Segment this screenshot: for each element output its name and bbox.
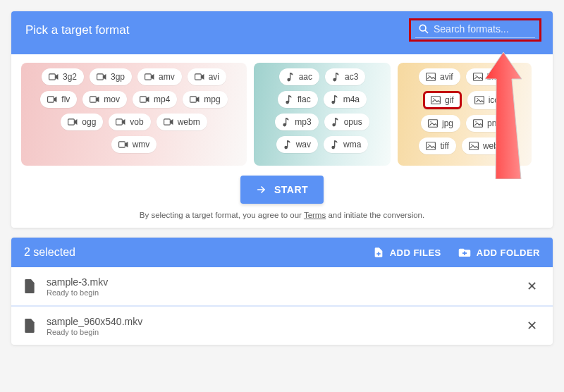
audio-icon — [331, 94, 339, 104]
format-chip-flac[interactable]: flac — [278, 91, 318, 108]
svg-marker-5 — [104, 74, 106, 80]
format-label: avi — [209, 72, 219, 82]
format-label: jpg — [442, 118, 453, 128]
svg-rect-18 — [68, 119, 75, 125]
format-label: flac — [298, 94, 311, 104]
format-chip-mpg[interactable]: mpg — [183, 91, 227, 108]
format-chip-ico[interactable]: ico — [467, 91, 506, 109]
svg-marker-17 — [197, 97, 200, 102]
page-title: Pick a target format — [25, 23, 129, 37]
terms-link[interactable]: Terms — [304, 211, 326, 219]
remove-file-button[interactable]: ✕ — [522, 276, 541, 297]
format-chip-m4a[interactable]: m4a — [324, 91, 367, 108]
format-chip-avi[interactable]: avi — [188, 68, 226, 85]
format-chip-ogg[interactable]: ogg — [61, 114, 103, 130]
image-icon — [473, 73, 483, 81]
format-group-video: 3g23gpamvaviflvmovmp4mpgoggvobwebmwmv — [21, 63, 247, 166]
format-picker-header: Pick a target format — [11, 11, 553, 54]
svg-rect-16 — [190, 97, 197, 102]
format-label: opus — [344, 117, 362, 127]
selection-count: 2 selected — [24, 246, 75, 259]
start-button[interactable]: START — [240, 176, 324, 204]
format-label: 3g2 — [63, 72, 77, 82]
svg-rect-14 — [140, 97, 147, 102]
format-chip-flv[interactable]: flv — [40, 91, 77, 108]
svg-marker-23 — [171, 119, 173, 125]
video-icon — [118, 140, 128, 149]
add-files-button[interactable]: ADD FILES — [373, 246, 441, 259]
format-chip-opus[interactable]: opus — [324, 114, 369, 130]
format-label: wmv — [133, 140, 150, 149]
svg-point-47 — [433, 98, 434, 99]
files-card: 2 selected ADD FILES ADD FOLDER sample-3… — [11, 238, 553, 345]
format-chip-jpg[interactable]: jpg — [421, 115, 460, 132]
video-icon — [47, 95, 57, 104]
svg-rect-2 — [49, 74, 56, 80]
format-chip-webm[interactable]: webm — [157, 114, 207, 130]
svg-rect-6 — [145, 74, 152, 80]
search-input[interactable] — [434, 23, 532, 35]
file-row[interactable]: sample-3.mkvReady to begin✕ — [11, 267, 553, 307]
format-chip-3g2[interactable]: 3g2 — [42, 68, 84, 85]
format-chip-vob[interactable]: vob — [109, 114, 150, 130]
svg-rect-12 — [90, 97, 97, 102]
format-chip-mp3[interactable]: mp3 — [275, 114, 318, 130]
format-chip-mov[interactable]: mov — [82, 91, 127, 108]
svg-point-51 — [430, 121, 431, 123]
format-chip-wma[interactable]: wma — [324, 136, 368, 153]
start-label: START — [274, 184, 308, 195]
svg-point-0 — [419, 25, 426, 31]
format-chip-wav[interactable]: wav — [276, 136, 318, 153]
video-icon — [164, 118, 173, 126]
format-chip-gif[interactable]: gif — [423, 91, 462, 109]
svg-point-45 — [475, 75, 477, 76]
format-chip-mp4[interactable]: mp4 — [133, 91, 177, 108]
svg-marker-13 — [97, 97, 99, 102]
format-label: wav — [296, 140, 311, 149]
format-chip-avif[interactable]: avif — [419, 68, 460, 85]
svg-marker-11 — [54, 97, 57, 102]
format-label: avif — [440, 72, 453, 82]
image-icon — [474, 96, 484, 104]
svg-rect-22 — [164, 119, 170, 125]
file-row[interactable]: sample_960x540.mkvReady to begin✕ — [11, 307, 553, 345]
file-name: sample_960x540.mkv — [47, 316, 522, 327]
add-file-icon — [373, 246, 384, 259]
format-chip-png[interactable]: png — [466, 115, 508, 132]
start-row: START — [11, 170, 553, 211]
svg-marker-21 — [123, 119, 125, 125]
add-folder-button[interactable]: ADD FOLDER — [458, 246, 540, 259]
format-chip-webp[interactable]: webp — [462, 137, 510, 154]
audio-icon — [286, 72, 295, 82]
format-chip-amv[interactable]: amv — [137, 68, 182, 85]
svg-point-49 — [477, 98, 478, 99]
format-chip-bmp[interactable]: bmp — [466, 68, 510, 85]
format-chip-3gp[interactable]: 3gp — [90, 68, 132, 85]
file-status: Ready to begin — [47, 328, 522, 336]
remove-file-button[interactable]: ✕ — [522, 315, 541, 336]
file-list: sample-3.mkvReady to begin✕sample_960x54… — [11, 267, 553, 345]
video-icon — [195, 73, 204, 81]
svg-marker-3 — [56, 74, 59, 80]
svg-point-57 — [471, 144, 472, 145]
files-header: 2 selected ADD FILES ADD FOLDER — [11, 238, 553, 267]
format-label: 3gp — [111, 72, 125, 82]
format-groups: 3g23gpamvaviflvmovmp4mpgoggvobwebmwmv aa… — [11, 54, 553, 170]
format-chip-wmv[interactable]: wmv — [111, 136, 157, 153]
video-icon — [90, 95, 99, 104]
format-label: aac — [299, 72, 312, 82]
format-chip-tiff[interactable]: tiff — [419, 137, 455, 154]
format-label: flv — [61, 94, 70, 104]
image-icon — [426, 73, 436, 81]
svg-marker-25 — [125, 142, 128, 147]
video-icon — [190, 95, 200, 104]
image-icon — [428, 119, 438, 128]
format-chip-ac3[interactable]: ac3 — [325, 68, 365, 85]
format-label: tiff — [440, 141, 448, 151]
image-icon — [469, 142, 479, 150]
format-chip-aac[interactable]: aac — [279, 68, 319, 85]
image-icon — [473, 119, 483, 128]
svg-rect-24 — [118, 142, 125, 147]
audio-icon — [331, 140, 339, 149]
svg-point-43 — [428, 75, 429, 76]
